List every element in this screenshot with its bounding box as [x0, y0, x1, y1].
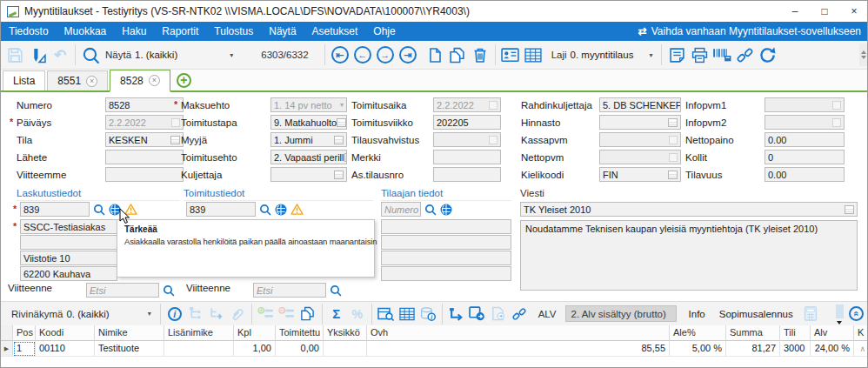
cell-nimike[interactable]: Testituote: [95, 341, 164, 357]
rowbar-overflow-scrollbar[interactable]: [836, 304, 844, 318]
infopvm2-field[interactable]: [765, 115, 845, 130]
delete-icon[interactable]: [469, 43, 491, 67]
menu-tulostus[interactable]: Tulostus: [206, 22, 261, 41]
menu-asetukset[interactable]: Asetukset: [304, 22, 366, 41]
tab-8551[interactable]: 8551 ×: [47, 70, 108, 90]
toimitustiedot-header[interactable]: Toimitustiedot: [184, 188, 373, 201]
collapse-panel-icon[interactable]: «: [845, 303, 866, 325]
sopimusalennus-button[interactable]: Sopimusalennus: [719, 309, 793, 319]
merkki-field[interactable]: [433, 150, 501, 164]
col-ovh[interactable]: Ovh: [367, 325, 670, 341]
laskutus-name-field[interactable]: SSCC-Testiasiakas: [20, 219, 117, 234]
cell-alv[interactable]: 24,00 %: [811, 341, 854, 357]
col-lisanimike[interactable]: Lisänimike: [164, 325, 234, 341]
lookup-icon[interactable]: [668, 118, 678, 127]
toolbar-overflow-scrollbar[interactable]: [859, 43, 867, 66]
link-icon[interactable]: [733, 43, 756, 67]
cell-tili[interactable]: 3000: [780, 341, 811, 357]
search-icon[interactable]: [330, 284, 342, 297]
percent-icon[interactable]: %: [347, 303, 368, 325]
cell-lisanimike[interactable]: [164, 341, 234, 357]
toimitus-customer-number-field[interactable]: 839: [186, 202, 256, 217]
tab-lista[interactable]: Lista: [3, 70, 45, 90]
grid-view-icon[interactable]: [522, 43, 544, 67]
barcode-print-icon[interactable]: [711, 43, 733, 67]
remove-row-icon[interactable]: [277, 303, 297, 325]
lookup-icon[interactable]: [170, 136, 180, 144]
info-button[interactable]: Info: [689, 309, 705, 319]
toimitusehto-field[interactable]: 2. Vapaasti perill: [270, 150, 347, 164]
add-row-icon[interactable]: [256, 303, 277, 325]
toimitusviikko-field[interactable]: 202205: [433, 115, 501, 130]
link-rows-icon[interactable]: [509, 303, 530, 325]
col-summa[interactable]: Summa: [726, 325, 780, 341]
viesti-code-field[interactable]: TK Yleiset 2010: [520, 202, 858, 217]
nayta-select[interactable]: 1. (kaikki): [135, 50, 177, 60]
numero-field[interactable]: 8528: [105, 97, 184, 112]
cell-ovh[interactable]: 85,55: [367, 341, 670, 357]
coins-info-icon[interactable]: i: [417, 303, 438, 325]
col-ale[interactable]: Ale%: [670, 325, 726, 341]
last-record-icon[interactable]: ⇥: [399, 46, 417, 64]
route-icon[interactable]: [446, 303, 467, 325]
warning-icon[interactable]: [290, 204, 304, 215]
lookup-icon[interactable]: [344, 153, 347, 162]
sum-icon[interactable]: Σ: [326, 303, 347, 325]
cell-koodi[interactable]: 00110: [36, 341, 95, 357]
lahete-field[interactable]: [105, 150, 184, 164]
laskutus-customer-number-field[interactable]: 839: [20, 202, 90, 217]
calendar-icon[interactable]: [832, 118, 841, 127]
toimitus-viitteenne-search[interactable]: Etsi: [253, 283, 326, 298]
switch-legacy-app-button[interactable]: ⇄ Vaihda vanhaan Myyntitilaukset-sovellu…: [638, 25, 868, 37]
viitteemme-field[interactable]: [105, 167, 184, 182]
nettopvm-field[interactable]: [599, 150, 681, 164]
table-scroll-up-icon[interactable]: ∧: [859, 345, 865, 353]
search-icon[interactable]: [79, 43, 102, 67]
hinnasto-field[interactable]: [599, 115, 681, 130]
laskutus-viitteenne-search[interactable]: Etsi: [86, 283, 159, 298]
tilaajan-tiedot-header[interactable]: Tilaajan tiedot: [381, 188, 511, 201]
search-customer-icon[interactable]: [259, 204, 271, 216]
maximize-icon[interactable]: □: [810, 1, 839, 22]
row-selector-icon[interactable]: ▶: [1, 341, 13, 357]
print-icon[interactable]: [688, 43, 711, 67]
tilaaja-name-field[interactable]: [381, 219, 511, 234]
search-customer-icon[interactable]: [93, 204, 105, 216]
calendar-icon[interactable]: [489, 136, 497, 144]
col-kpl[interactable]: Kpl: [234, 325, 276, 341]
cell-toimitettu[interactable]: 0,00: [276, 341, 324, 357]
col-koodi[interactable]: Koodi: [36, 325, 95, 341]
hierarchy-icon[interactable]: [185, 303, 206, 325]
chevron-down-icon[interactable]: ▾: [649, 51, 652, 59]
lookup-icon[interactable]: [337, 118, 346, 127]
maksuehto-select[interactable]: 1. 14 pv netto▾: [270, 97, 347, 112]
close-icon[interactable]: ×: [839, 1, 868, 22]
cell-yksikko[interactable]: [324, 341, 367, 357]
lookup-icon[interactable]: [668, 171, 678, 179]
paivays-field[interactable]: 2.2.2022: [105, 115, 184, 130]
attachment-icon[interactable]: [227, 303, 248, 325]
next-record-icon[interactable]: →: [377, 46, 394, 64]
toimitustapa-field[interactable]: 9. Matkahuolto: [270, 115, 347, 130]
copy-rows-icon[interactable]: [297, 303, 318, 325]
menu-tiedosto[interactable]: Tiedosto: [1, 22, 57, 41]
chevron-down-icon[interactable]: ▾: [230, 51, 233, 59]
chevron-down-icon[interactable]: ▾: [148, 310, 151, 318]
col-toimitettu[interactable]: Toimitettu: [276, 325, 324, 341]
new-document-icon[interactable]: [424, 43, 446, 67]
rahdinkuljettaja-field[interactable]: 5. DB SCHENKEF: [599, 97, 681, 112]
col-k[interactable]: K: [854, 325, 868, 341]
nettopaino-field[interactable]: 0.00: [765, 132, 845, 147]
transfer-rows-icon[interactable]: [467, 303, 488, 325]
close-tab-icon[interactable]: ×: [149, 75, 160, 86]
menu-haku[interactable]: Haku: [114, 22, 154, 41]
save-icon[interactable]: [3, 43, 26, 67]
col-nimike[interactable]: Nimike: [95, 325, 164, 341]
globe-icon[interactable]: [275, 204, 287, 216]
first-record-icon[interactable]: ⇤: [331, 46, 349, 64]
tilaaja-number-field[interactable]: Numero: [381, 202, 421, 217]
col-tili[interactable]: Tili: [780, 325, 811, 341]
viesti-text-area[interactable]: Noudatamme Teknisen kaupan yleisiä myynt…: [520, 220, 858, 291]
laskutus-name2-field[interactable]: [20, 235, 117, 250]
previous-record-icon[interactable]: ←: [354, 46, 371, 64]
